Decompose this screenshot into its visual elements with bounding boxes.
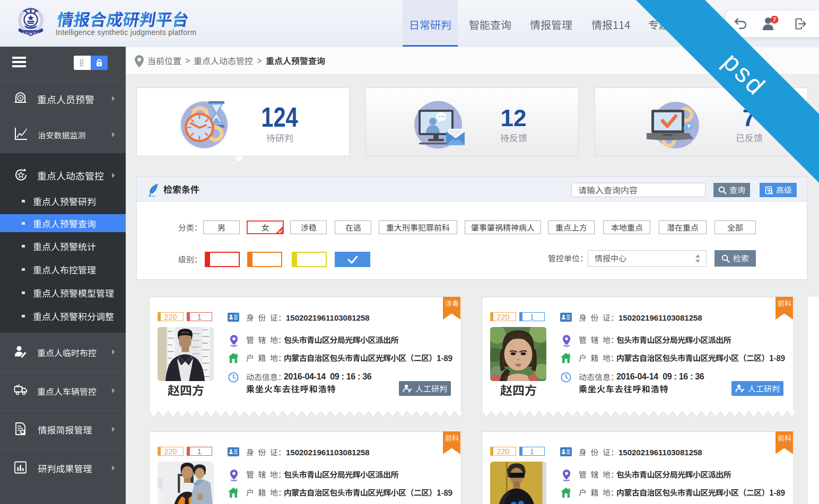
svg-text:7: 7 <box>773 16 776 23</box>
